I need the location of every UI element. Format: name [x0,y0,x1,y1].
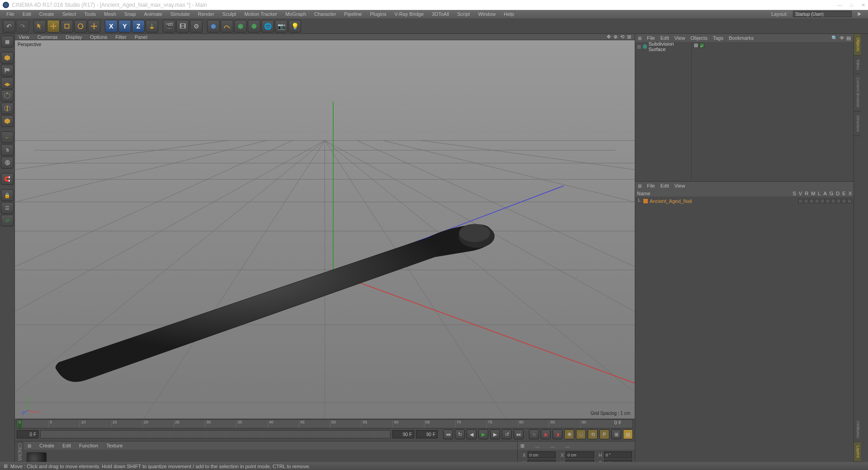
key-pla-button[interactable]: ⊞ [611,429,621,439]
frame-start-field[interactable]: 0 F [614,420,632,428]
camera-button[interactable]: 📷 [275,20,288,33]
col-x[interactable]: X [849,191,852,196]
select-tool[interactable] [33,20,46,33]
col-r[interactable]: R [805,191,808,196]
obj-eye-icon[interactable]: 👁 [840,35,844,41]
menu-vray-bridge[interactable]: V-Ray Bridge [391,11,428,17]
obj-filter-icon[interactable]: ▤ [846,35,851,41]
layer-e-icon[interactable] [842,199,846,203]
menu-mograph[interactable]: MoGraph [282,11,310,17]
tab-attributes[interactable]: Attributes [854,417,861,442]
render-view-button[interactable]: 🎬 [163,20,175,33]
vp-menu-panel[interactable]: Panel [135,34,147,40]
goto-prev-key-button[interactable]: ↻ [455,429,465,439]
key-rot-button[interactable]: ⟲ [588,429,598,439]
soft-select-button[interactable]: 🧲 [1,173,14,185]
menu-character[interactable]: Character [311,11,340,17]
mat-menu-edit[interactable]: Edit [62,443,71,448]
light-button[interactable]: 💡 [288,20,301,33]
move-tool[interactable] [47,20,60,33]
tab-takes[interactable]: Takes [854,56,861,74]
menu-help[interactable]: Help [500,11,518,17]
environment-button[interactable]: 🌐 [261,20,274,33]
tab-content-browser[interactable]: Content Browser [854,74,861,112]
menu-motion-tracker[interactable]: Motion Tracker [241,11,281,17]
layer-item[interactable]: └ Ancient_Aged_Nail [637,197,852,204]
key-param-button[interactable]: P [599,429,609,439]
timeline-expand-button[interactable]: ▤ [623,429,633,439]
menu-file[interactable]: File [3,11,18,17]
vp-menu-display[interactable]: Display [66,34,82,40]
lay-menu-file[interactable]: File [647,183,655,188]
last-tool[interactable] [88,20,100,33]
texture-mode-button[interactable]: 🏁 [1,65,14,76]
col-m[interactable]: M [811,191,815,196]
goto-next-key-button[interactable]: ↺ [502,429,512,439]
menu-3dtoall[interactable]: 3DToAll [428,11,453,17]
menu-select[interactable]: Select [59,11,80,17]
layer-x-icon[interactable] [847,199,852,203]
edge-mode-button[interactable] [1,103,14,114]
col-v[interactable]: V [799,191,802,196]
obj-menu-bookmarks[interactable]: Bookmarks [729,35,754,41]
coord-system-button[interactable] [146,20,158,33]
tag-check-icon[interactable]: ✓ [699,43,704,48]
rotate-tool[interactable] [74,20,87,33]
frame-end-field[interactable]: 90 F [416,430,438,438]
keyframe-sel-button[interactable]: ◑ [552,429,562,439]
mat-menu-create[interactable]: Create [39,443,54,448]
menu-sculpt[interactable]: Sculpt [219,11,240,17]
close-button[interactable]: ✕ [861,2,865,8]
next-frame-button[interactable]: ▶ [490,429,500,439]
key-pos-button[interactable]: ✥ [564,429,574,439]
col-l[interactable]: L [818,191,821,196]
lock-button[interactable]: 🔒 [1,189,14,201]
layer-a-icon[interactable] [826,199,830,203]
make-editable-button[interactable]: ▦ [1,36,14,47]
vp-nav-zoom-icon[interactable]: ⊕ [613,34,618,40]
obj-menu-file[interactable]: File [647,35,655,41]
tree-item-subdivision[interactable]: ⊞ Subdivision Surface [637,43,691,50]
tab-structure[interactable]: Structure [854,112,861,136]
obj-menu-objects[interactable]: Objects [690,35,707,41]
menu-render[interactable]: Render [194,11,218,17]
goto-end-button[interactable]: ⏭ [514,429,524,439]
goto-start-button[interactable]: ⏮ [443,429,453,439]
menu-animate[interactable]: Animate [141,11,166,17]
coord-menu-icon[interactable]: ⊞ [520,443,524,449]
layout-dropdown[interactable] [793,11,852,17]
menu-snap[interactable]: Snap [121,11,140,17]
menu-simulate[interactable]: Simulate [167,11,193,17]
prev-frame-button[interactable]: ◀ [467,429,476,439]
col-g[interactable]: G [830,191,834,196]
record-button[interactable]: ⦸ [529,429,539,439]
col-a[interactable]: A [823,191,826,196]
model-mode-button[interactable] [1,52,14,64]
generator-button[interactable] [234,20,247,33]
vp-menu-view[interactable]: View [19,34,29,40]
layer-l-icon[interactable] [820,199,825,203]
col-s[interactable]: S [793,191,796,196]
timeline-scrollbar[interactable] [40,430,391,438]
range-end-field[interactable]: 90 F [392,430,414,438]
col-d[interactable]: D [836,191,840,196]
object-name[interactable]: Subdivision Surface [648,41,691,52]
layer-r-icon[interactable] [809,199,814,203]
scale-tool[interactable] [61,20,73,33]
x-axis-lock[interactable]: X [105,20,118,33]
key-scale-button[interactable]: □ [576,429,586,439]
vp-menu-cameras[interactable]: Cameras [38,34,58,40]
polygon-mode-button[interactable] [1,115,14,127]
range-start-field[interactable]: 0 F [17,430,38,438]
menu-edit[interactable]: Edit [19,11,35,17]
viewport-solo-button[interactable]: 🖱 [1,144,14,156]
vp-nav-move-icon[interactable]: ✥ [607,34,611,40]
layer-name[interactable]: Ancient_Aged_Nail [650,198,692,204]
object-tree[interactable]: ⊞ Subdivision Surface ✓ [635,42,854,181]
redo-button[interactable]: ↷ [16,20,29,33]
layer-m-icon[interactable] [815,199,819,203]
render-pv-button[interactable]: 🎞 [176,20,189,33]
pos-x-field[interactable]: 0 cm [528,451,556,458]
autokey-button[interactable]: ◉ [541,429,551,439]
menu-pipeline[interactable]: Pipeline [340,11,365,17]
